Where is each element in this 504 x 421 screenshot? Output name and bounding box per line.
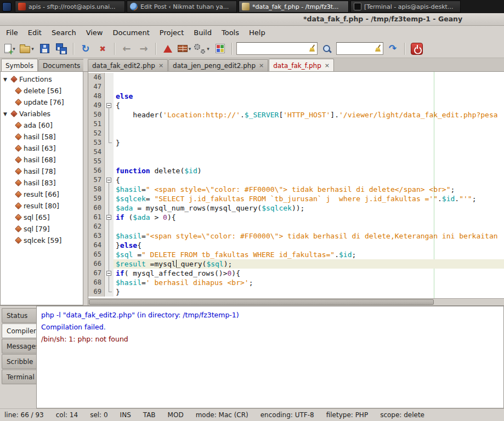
- fold-margin[interactable]: [105, 194, 114, 203]
- fold-margin[interactable]: [105, 157, 114, 166]
- fold-margin[interactable]: [105, 73, 114, 82]
- code-line[interactable]: 68$hasil=' berhasil dihapus <br>';: [88, 278, 504, 287]
- menu-edit[interactable]: Edit: [23, 26, 47, 39]
- new-file-button[interactable]: ▾: [3, 41, 18, 56]
- document-tab[interactable]: data_jen_peng_edit2.php×: [168, 59, 268, 71]
- symbol-item[interactable]: delete [56]: [1, 85, 83, 96]
- open-file-button[interactable]: ▾: [20, 41, 35, 56]
- symbol-item[interactable]: hasil [58]: [1, 131, 83, 143]
- taskbar-window-button[interactable]: Edit Post ‹ Nikmat tuhan ya...: [127, 1, 237, 13]
- symbol-item[interactable]: result [80]: [1, 200, 83, 212]
- message-tab-compiler[interactable]: Compiler: [2, 323, 36, 338]
- code-line[interactable]: 52: [88, 129, 504, 138]
- code-line[interactable]: 59$sqlcek= "SELECT j.id_fakultas FROM `t…: [88, 194, 504, 203]
- fold-margin[interactable]: [105, 269, 114, 278]
- symbol-item[interactable]: ada [60]: [1, 120, 83, 131]
- horizontal-scrollbar[interactable]: [88, 298, 504, 305]
- revert-button[interactable]: ↻: [78, 41, 93, 56]
- tab-documents[interactable]: Documents: [38, 59, 83, 71]
- search-entry[interactable]: [236, 42, 318, 55]
- fold-margin[interactable]: [105, 110, 114, 120]
- expander-icon[interactable]: ▼: [3, 111, 9, 117]
- navigate-back-button[interactable]: ←: [119, 41, 134, 56]
- menu-help[interactable]: Help: [244, 26, 270, 39]
- code-line[interactable]: 50 header('Location:http://'.$_SERVER['H…: [88, 110, 504, 120]
- fold-toggle-icon[interactable]: [106, 215, 111, 220]
- tab-close-icon[interactable]: ×: [325, 62, 330, 69]
- code-line[interactable]: 47: [88, 82, 504, 92]
- tab-close-icon[interactable]: ×: [158, 62, 163, 69]
- menu-project[interactable]: Project: [155, 26, 189, 39]
- code-line[interactable]: 46: [88, 73, 504, 82]
- symbol-item[interactable]: sql [79]: [1, 223, 83, 235]
- symbol-item[interactable]: result [66]: [1, 189, 83, 200]
- code-line[interactable]: 55: [88, 157, 504, 166]
- code-line[interactable]: 58$hasil=" <span style=\"color: #FF0000\…: [88, 185, 504, 194]
- tab-close-icon[interactable]: ×: [259, 62, 264, 69]
- fold-margin[interactable]: [105, 213, 114, 222]
- search-entry-input[interactable]: [236, 42, 318, 55]
- message-tab-scribble[interactable]: Scribble: [2, 354, 36, 369]
- symbol-item[interactable]: hasil [63]: [1, 143, 83, 154]
- quit-button[interactable]: [409, 41, 424, 56]
- window-titlebar[interactable]: *data_fak_f.php - /tmp/fz3temp-1 - Geany: [0, 13, 504, 26]
- close-document-button[interactable]: ✖: [95, 41, 110, 56]
- save-button[interactable]: [37, 41, 52, 56]
- pane-splitter[interactable]: [83, 72, 88, 305]
- fold-margin[interactable]: [105, 222, 114, 231]
- code-line[interactable]: 54: [88, 147, 504, 157]
- goto-line-button[interactable]: ↷: [385, 41, 400, 56]
- clear-entry-icon[interactable]: [374, 44, 382, 52]
- taskbar-window-button[interactable]: *data_fak_f.php - /tmp/fz3t...: [239, 1, 349, 13]
- fold-toggle-icon[interactable]: [106, 178, 111, 183]
- code-area[interactable]: 464748else49{50 header('Location:http://…: [88, 72, 504, 298]
- code-line[interactable]: 64}else{: [88, 241, 504, 250]
- code-line[interactable]: 49{: [88, 101, 504, 110]
- dropdown-arrow-icon[interactable]: ▾: [206, 46, 211, 52]
- code-line[interactable]: 67if( mysql_affected_rows()>0){: [88, 269, 504, 278]
- fold-toggle-icon[interactable]: [106, 271, 111, 276]
- fold-margin[interactable]: [105, 241, 114, 250]
- build-button[interactable]: ▾: [177, 41, 192, 56]
- taskbar-launcher[interactable]: [0, 0, 14, 13]
- fold-margin[interactable]: [105, 231, 114, 241]
- fold-margin[interactable]: [105, 129, 114, 138]
- code-line[interactable]: 53}: [88, 138, 504, 147]
- fold-margin[interactable]: [105, 185, 114, 194]
- fold-margin[interactable]: [105, 203, 114, 213]
- fold-margin[interactable]: [105, 287, 114, 297]
- message-tab-status[interactable]: Status: [2, 308, 36, 323]
- fold-margin[interactable]: [105, 147, 114, 157]
- dropdown-arrow-icon[interactable]: ▾: [188, 46, 192, 52]
- menu-file[interactable]: File: [1, 26, 23, 39]
- symbol-item[interactable]: sqlcek [59]: [1, 235, 83, 246]
- save-all-button[interactable]: [54, 41, 69, 56]
- code-line[interactable]: 65$sql =" DELETE FROM tb_fakultas WHERE …: [88, 250, 504, 259]
- fold-margin[interactable]: [105, 259, 114, 269]
- document-tab[interactable]: data_fak_edit2.php×: [88, 59, 168, 71]
- symbol-item[interactable]: hasil [83]: [1, 177, 83, 189]
- code-line[interactable]: 61if ($ada > 0){: [88, 213, 504, 222]
- message-tab-messages[interactable]: Messages: [2, 339, 36, 354]
- code-line[interactable]: 57{: [88, 175, 504, 185]
- menu-search[interactable]: Search: [47, 26, 81, 39]
- code-line[interactable]: 51: [88, 120, 504, 129]
- code-line[interactable]: 56function delete($id): [88, 166, 504, 175]
- expander-icon[interactable]: ▼: [3, 77, 9, 82]
- fold-margin[interactable]: [105, 278, 114, 287]
- code-line[interactable]: 60$ada = mysql_num_rows(mysql_query($sql…: [88, 203, 504, 213]
- tab-symbols[interactable]: Symbols: [1, 59, 38, 71]
- fold-margin[interactable]: [105, 138, 114, 147]
- fold-margin[interactable]: [105, 101, 114, 110]
- color-chooser-button[interactable]: [212, 41, 228, 56]
- symbol-item[interactable]: update [76]: [1, 96, 83, 108]
- symbol-item[interactable]: sql [65]: [1, 212, 83, 223]
- code-line[interactable]: 66$result =mysql_query($sql);: [88, 259, 504, 269]
- code-line[interactable]: 48else: [88, 92, 504, 101]
- document-tab[interactable]: data_fak_f.php×: [269, 59, 334, 71]
- code-line[interactable]: 69}: [88, 287, 504, 297]
- symbol-item[interactable]: hasil [68]: [1, 154, 83, 166]
- fold-margin[interactable]: [105, 92, 114, 101]
- taskbar-window-button[interactable]: apis - sftp://root@apis.unai...: [15, 1, 125, 13]
- menu-document[interactable]: Document: [107, 26, 154, 39]
